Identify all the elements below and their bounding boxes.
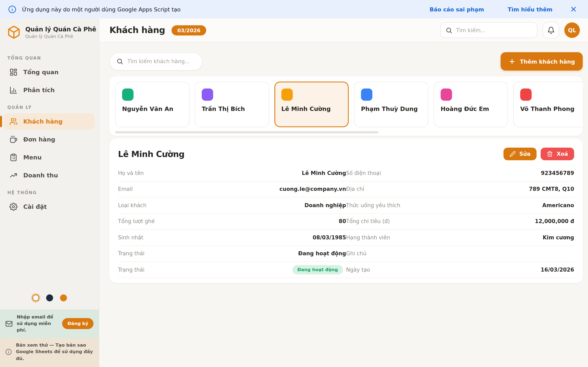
header-search-input[interactable]: [456, 27, 532, 33]
sidebar-item-cai-dat[interactable]: Cài đặt: [4, 199, 95, 215]
theme-dots: [0, 294, 99, 301]
field-value: Americano: [400, 202, 574, 208]
sidebar-item-label: Tổng quan: [23, 69, 59, 75]
nav-section-label: QUẢN LÝ: [7, 105, 91, 110]
field-label: Số điện thoại: [346, 170, 381, 176]
customer-card-pham-thuy-dung[interactable]: Phạm Thuỳ Dung: [354, 82, 428, 127]
info-circle-icon: [5, 349, 12, 355]
trial-note-text: Bản xem thử — Tạo bản sao Google Sheets …: [16, 342, 94, 362]
sidebar-item-label: Doanh thu: [23, 172, 58, 179]
customer-name: Phạm Thuỳ Dung: [361, 106, 421, 112]
customer-color-swatch: [441, 89, 452, 101]
close-banner-icon[interactable]: [570, 5, 577, 13]
menu-icon: [9, 153, 17, 161]
search-icon: [116, 58, 123, 65]
customer-color-swatch: [281, 89, 293, 101]
customer-card-hoang-duc-em[interactable]: Hoàng Đức Em: [434, 82, 508, 127]
customer-card-le-minh-cuong[interactable]: Lê Minh Cường: [274, 82, 349, 127]
field-value: 80: [155, 218, 346, 225]
sidebar-item-label: Đơn hàng: [23, 136, 55, 143]
field-value: 08/03/1985: [143, 234, 346, 241]
page-title: Khách hàng: [109, 25, 165, 35]
signup-button[interactable]: Đăng ký: [62, 318, 94, 329]
sidebar-item-menu[interactable]: Menu: [4, 149, 95, 166]
field-value: 923456789: [381, 170, 574, 176]
nav-section-label: HỆ THỐNG: [7, 190, 91, 195]
customer-search[interactable]: [109, 52, 203, 70]
field-label: Ghi chú: [346, 250, 366, 257]
field-value: Đang hoạt động: [145, 250, 346, 257]
field-value: Doanh nghiệp: [147, 202, 346, 208]
field-label: Hạng thành viên: [346, 234, 390, 241]
detail-row: Loại kháchDoanh nghiệpThức uống yêu thíc…: [118, 197, 574, 213]
field-label: Trạng thái: [118, 267, 145, 273]
learn-more-link[interactable]: Tìm hiểu thêm: [508, 6, 553, 12]
sidebar-item-label: Khách hàng: [23, 118, 62, 125]
settings-icon: [9, 203, 17, 211]
cube-logo-icon: [7, 25, 21, 39]
notifications-button[interactable]: [543, 22, 559, 38]
customer-name: Hoàng Đức Em: [441, 106, 501, 112]
customer-card-tran-thi-bich[interactable]: Trần Thị Bích: [195, 82, 269, 127]
main-header: Khách hàng 03/2026 QL: [99, 18, 588, 42]
sidebar: Quản lý Quán Cà Phê Quản lý Quán Cà Phê …: [0, 18, 99, 367]
field-label: Sinh nhật: [118, 234, 143, 241]
sidebar-item-tong-quan[interactable]: Tổng quan: [4, 64, 95, 80]
sidebar-item-label: Cài đặt: [23, 203, 47, 210]
sidebar-item-label: Menu: [23, 154, 42, 161]
theme-dot-dark[interactable]: [46, 294, 53, 301]
detail-title: Lê Minh Cường: [118, 149, 185, 159]
pencil-icon: [510, 151, 516, 157]
report-abuse-link[interactable]: Báo cáo sai phạm: [430, 6, 484, 12]
sidebar-item-khach-hang[interactable]: Khách hàng: [4, 113, 95, 130]
theme-dot-light[interactable]: [32, 294, 39, 301]
field-value: Đang hoạt động: [145, 265, 346, 275]
detail-row: Trạng tháiĐang hoạt độngNgày tạo16/03/20…: [118, 262, 574, 278]
avatar[interactable]: QL: [564, 22, 580, 38]
sidebar-item-label: Phân tích: [23, 87, 55, 93]
customers-icon: [9, 117, 17, 125]
field-label: Họ và tên: [118, 170, 144, 176]
field-value: Lê Minh Cường: [144, 170, 346, 176]
delete-button[interactable]: Xoá: [541, 148, 574, 160]
banner-message: Ứng dụng này do một người dùng Google Ap…: [22, 6, 181, 12]
customer-name: Võ Thanh Phong: [520, 106, 581, 112]
field-value: Kim cương: [390, 234, 574, 241]
orders-icon: [9, 135, 17, 143]
customer-name: Nguyễn Văn An: [122, 106, 182, 112]
trash-icon: [547, 151, 553, 157]
mail-icon: [5, 320, 13, 327]
field-label: Trạng thái: [118, 250, 145, 257]
add-customer-button[interactable]: Thêm khách hàng: [501, 52, 583, 71]
theme-dot-orange[interactable]: [60, 294, 67, 301]
field-label: Thức uống yêu thích: [346, 202, 400, 208]
field-value: 789 CMT8, Q10: [364, 186, 574, 192]
field-value: 16/03/2026: [370, 267, 574, 273]
cards-scrollbar[interactable]: [115, 131, 379, 133]
field-label: Địa chỉ: [346, 186, 364, 192]
plus-icon: [509, 58, 516, 65]
header-search[interactable]: [440, 22, 537, 38]
status-badge: Đang hoạt động: [293, 265, 343, 275]
field-label: Email: [118, 186, 133, 192]
customer-card-nguyen-van-an[interactable]: Nguyễn Văn An: [115, 82, 190, 127]
customer-card-vo-thanh-phong[interactable]: Võ Thanh Phong: [513, 82, 583, 127]
sidebar-nav: TỔNG QUANTổng quanPhân tíchQUẢN LÝKhách …: [0, 49, 99, 217]
edit-button[interactable]: Sửa: [503, 148, 537, 160]
field-label: Ngày tạo: [346, 267, 370, 273]
field-value: cuong.le@company.vn: [133, 186, 346, 192]
customer-search-input[interactable]: [127, 58, 196, 64]
customer-cards-panel: Nguyễn Văn AnTrần Thị BíchLê Minh CườngP…: [109, 76, 583, 136]
customer-color-swatch: [520, 89, 532, 101]
detail-row: Tổng lượt ghé80Tổng chi tiêu (đ)12,000,0…: [118, 213, 574, 230]
customer-color-swatch: [122, 89, 134, 101]
field-label: Tổng chi tiêu (đ): [346, 218, 390, 225]
sidebar-item-don-hang[interactable]: Đơn hàng: [4, 131, 95, 148]
sidebar-item-phan-tich[interactable]: Phân tích: [4, 82, 95, 98]
detail-row: Trạng tháiĐang hoạt độngGhi chú: [118, 246, 574, 262]
bell-icon: [547, 26, 555, 34]
field-label: Loại khách: [118, 202, 147, 208]
sidebar-item-doanh-thu[interactable]: Doanh thu: [4, 167, 95, 184]
apps-script-banner: Ứng dụng này do một người dùng Google Ap…: [0, 0, 588, 18]
email-signup-text: Nhập email để sử dụng miễn phí.: [17, 314, 58, 333]
